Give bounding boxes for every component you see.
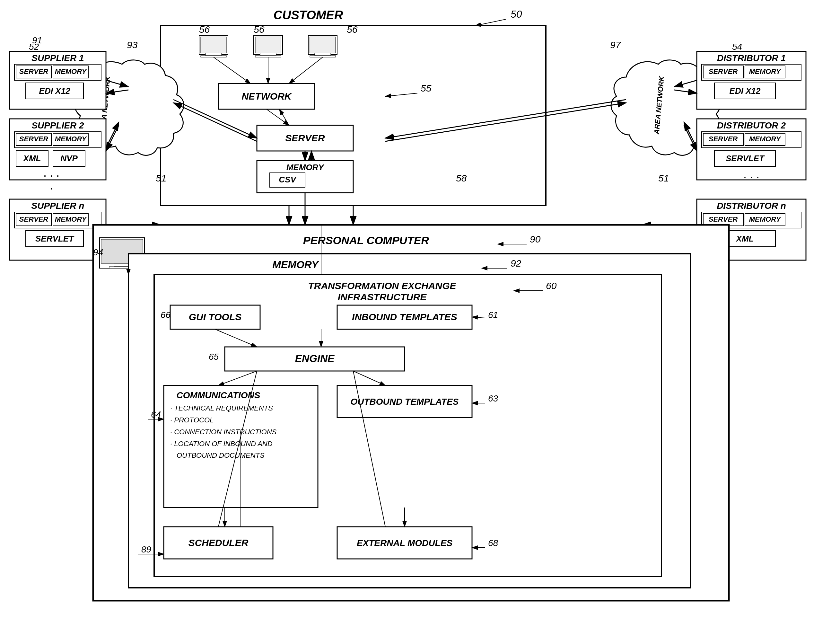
tei-label2: INFRASTRUCTURE bbox=[338, 292, 427, 302]
svg-rect-11 bbox=[255, 37, 281, 53]
diagram-container: CUSTOMER 50 56 56 56 NETWORK SERVER MEMO… bbox=[0, 0, 840, 618]
d1-edi-label: EDI X12 bbox=[730, 86, 761, 96]
d1-memory-label: MEMORY bbox=[749, 67, 782, 76]
gui-tools-label: GUI TOOLS bbox=[189, 312, 242, 322]
dist2-label: DISTRIBUTOR 2 bbox=[717, 120, 786, 131]
svg-rect-15 bbox=[310, 37, 335, 53]
svg-rect-13 bbox=[255, 56, 281, 57]
s2-xml-label: XML bbox=[23, 153, 41, 163]
ref65-label: 65 bbox=[209, 352, 219, 362]
comm-item2: · PROTOCOL bbox=[170, 416, 214, 424]
supplier1-label: SUPPLIER 1 bbox=[31, 53, 84, 63]
tei-label1: TRANSFORMATION EXCHANGE bbox=[308, 281, 456, 291]
ref61-label: 61 bbox=[488, 310, 498, 320]
ref56b-label: 56 bbox=[254, 24, 264, 35]
memory-label: MEMORY bbox=[286, 162, 325, 172]
ref94-label: 94 bbox=[93, 247, 103, 257]
ref63-label: 63 bbox=[488, 394, 498, 403]
sn-memory-label: MEMORY bbox=[55, 215, 88, 223]
svg-rect-12 bbox=[260, 53, 276, 56]
network-label: NETWORK bbox=[242, 91, 292, 101]
ref56c-label: 56 bbox=[347, 24, 358, 35]
dist-dots: . . . bbox=[744, 168, 760, 181]
ref91-label: 91 bbox=[32, 35, 42, 45]
supplier-dots: . . . bbox=[43, 166, 59, 179]
dn-xml-label: XML bbox=[736, 234, 754, 244]
ref90-label: 90 bbox=[530, 234, 541, 244]
ref51b-label: 51 bbox=[658, 173, 669, 183]
comm-item4: · LOCATION OF INBOUND AND bbox=[170, 440, 273, 448]
server-label: SERVER bbox=[285, 133, 325, 143]
sn-servlet-label: SERVLET bbox=[35, 234, 74, 244]
outbound-templates-label: OUTBOUND TEMPLATES bbox=[350, 397, 459, 407]
s1-memory-label: MEMORY bbox=[55, 67, 88, 76]
svg-rect-16 bbox=[315, 53, 331, 56]
dist1-label: DISTRIBUTOR 1 bbox=[717, 53, 786, 63]
svg-rect-8 bbox=[205, 53, 221, 56]
d2-server-label: SERVER bbox=[709, 135, 738, 143]
s2-nvp-label: NVP bbox=[60, 153, 78, 163]
ref64-label: 64 bbox=[151, 410, 161, 419]
comm-item1: · TECHNICAL REQUIREMENTS bbox=[170, 404, 273, 412]
d1-server-label: SERVER bbox=[709, 67, 738, 76]
d2-servlet-label: SERVLET bbox=[726, 153, 765, 163]
comm-title-label: COMMUNICATIONS bbox=[177, 390, 260, 400]
ref60-label: 60 bbox=[546, 281, 557, 291]
csv-label: CSV bbox=[279, 175, 297, 184]
ref58-label: 58 bbox=[456, 173, 467, 183]
ref50-label: 50 bbox=[511, 8, 522, 20]
dn-server-label: SERVER bbox=[709, 215, 738, 223]
ref51a-label: 51 bbox=[156, 173, 166, 183]
ref56a-label: 56 bbox=[199, 24, 210, 35]
ref55-label: 55 bbox=[421, 83, 432, 94]
ref54-label: 54 bbox=[732, 42, 742, 52]
comm-item3: · CONNECTION INSTRUCTIONS bbox=[170, 428, 277, 436]
external-modules-label: EXTERNAL MODULES bbox=[357, 538, 453, 548]
customer-label: CUSTOMER bbox=[273, 8, 343, 22]
ref66-label: 66 bbox=[160, 310, 171, 320]
engine-label: ENGINE bbox=[295, 353, 335, 364]
pc-label: PERSONAL COMPUTER bbox=[303, 234, 429, 247]
comm-item5: OUTBOUND DOCUMENTS bbox=[177, 451, 264, 459]
svg-text:.: . bbox=[50, 179, 53, 192]
distn-label: DISTRIBUTOR n bbox=[717, 201, 786, 211]
diagram-svg: CUSTOMER 50 56 56 56 NETWORK SERVER MEMO… bbox=[0, 0, 840, 618]
ref92-label: 92 bbox=[511, 258, 521, 269]
supplier2-label: SUPPLIER 2 bbox=[31, 120, 84, 131]
s2-memory-label: MEMORY bbox=[55, 135, 88, 143]
svg-rect-17 bbox=[310, 56, 335, 57]
s1-server-label: SERVER bbox=[19, 67, 49, 76]
inbound-templates-label: INBOUND TEMPLATES bbox=[352, 312, 457, 322]
s2-server-label: SERVER bbox=[19, 135, 49, 143]
scheduler-label: SCHEDULER bbox=[188, 537, 249, 548]
d2-memory-label: MEMORY bbox=[749, 135, 782, 143]
svg-rect-7 bbox=[201, 37, 226, 53]
suppliern-label: SUPPLIER n bbox=[31, 201, 85, 211]
memory-outer-label: MEMORY bbox=[272, 259, 319, 270]
ref93-label: 93 bbox=[127, 40, 138, 50]
svg-rect-9 bbox=[201, 56, 226, 57]
ref89-label: 89 bbox=[141, 544, 151, 554]
dn-memory-label: MEMORY bbox=[749, 215, 782, 223]
s1-edi-label: EDI X12 bbox=[39, 86, 70, 96]
ref68-label: 68 bbox=[488, 538, 498, 548]
ref97-label: 97 bbox=[610, 40, 621, 50]
sn-server-label: SERVER bbox=[19, 215, 49, 223]
